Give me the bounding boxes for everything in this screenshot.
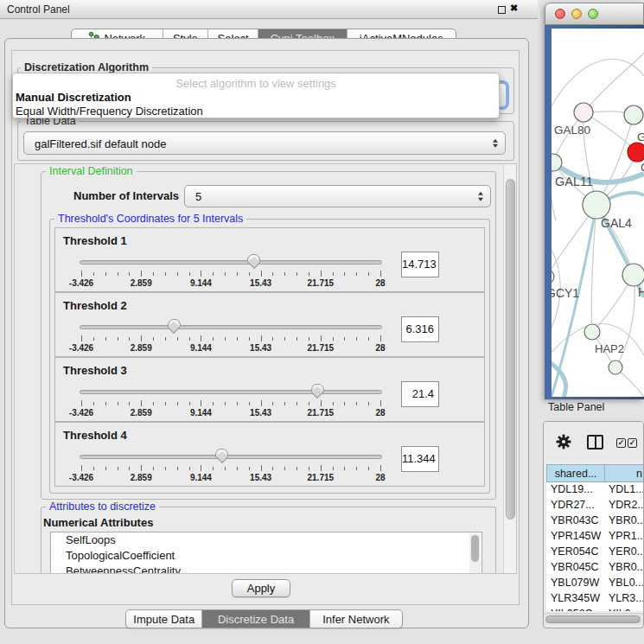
network-nodes[interactable] — [552, 103, 644, 374]
table-cell[interactable]: YER0... — [604, 545, 644, 560]
slider-track[interactable] — [80, 260, 382, 265]
slider-track[interactable] — [80, 325, 382, 329]
list-scrollbar[interactable] — [469, 533, 481, 574]
settings-scrollbar[interactable] — [503, 164, 517, 574]
apply-button[interactable]: Apply — [232, 579, 290, 597]
tick-mark — [105, 467, 106, 470]
table-cell[interactable]: YBL079W — [546, 576, 604, 591]
algorithm-group-label: Discretization Algorithm — [21, 61, 152, 73]
attribute-list-item[interactable]: SelfLoops — [51, 532, 481, 548]
threshold-slider[interactable]: -3.4262.8599.14415.4321.71528 — [80, 319, 384, 357]
tick-mark — [368, 337, 369, 341]
table-cell[interactable]: YBR043C — [546, 513, 604, 529]
tab-label: Infer Network — [322, 613, 389, 626]
popup-option-manual-discretization[interactable]: Manual Discretization — [16, 91, 131, 104]
close-panel-icon[interactable]: ✖ — [510, 3, 518, 14]
table-row[interactable]: YLR345WYLR3... — [546, 591, 644, 607]
tick-mark — [93, 467, 94, 470]
network-window-titlebar[interactable] — [545, 3, 644, 25]
settings-scroll-area: Interval Definition Number of Intervals … — [14, 163, 517, 574]
tick-mark — [153, 337, 154, 341]
table-cell[interactable]: YPR145W — [546, 529, 604, 545]
table-cell[interactable]: YIL0... — [604, 607, 644, 611]
table-cell[interactable]: YLR3... — [604, 591, 644, 607]
table-row[interactable]: YBR043CYBR0... — [546, 513, 644, 529]
hscrollbar-thumb[interactable] — [545, 615, 641, 623]
threshold-value-field[interactable]: 14.713 — [401, 252, 439, 277]
split-panel-icon[interactable] — [587, 435, 603, 450]
tab-impute-data[interactable]: Impute Data — [126, 610, 202, 628]
threshold-slider[interactable]: -3.4262.8599.14415.4321.71528 — [80, 449, 384, 487]
table-hscrollbar[interactable] — [544, 613, 643, 625]
gear-icon[interactable] — [556, 434, 571, 453]
tab-discretize-data[interactable]: Discretize Data — [202, 610, 309, 628]
number-of-intervals-combobox[interactable]: 5 — [184, 185, 491, 207]
table-data-combobox[interactable]: galFiltered.sif default node — [23, 131, 506, 155]
table-cell[interactable]: YBR0... — [604, 513, 644, 529]
float-panel-icon[interactable] — [498, 6, 506, 14]
table-cell[interactable]: YDL19... — [546, 482, 604, 498]
tick-mark — [165, 272, 166, 276]
node-right — [622, 264, 644, 286]
network-canvas[interactable]: GAL80 GA C GAL11 GAL4 GCY1 H HAP2 — [552, 29, 644, 397]
scrollbar-thumb[interactable] — [506, 179, 515, 520]
column-header-name[interactable]: n — [604, 464, 644, 482]
table-cell[interactable]: YER054C — [546, 545, 604, 560]
node-attribute-table[interactable]: shared... n YDL19...YDL1...YDR27...YDR2.… — [546, 464, 644, 482]
numerical-attributes-list[interactable]: SelfLoopsTopologicalCoefficientBetweenne… — [50, 532, 482, 574]
attribute-list-item[interactable]: BetweennessCentrality — [51, 564, 481, 574]
table-data-value: galFiltered.sif default node — [35, 137, 166, 150]
table-cell[interactable]: YDR27... — [546, 498, 604, 513]
threshold-value-field[interactable]: 6.316 — [401, 316, 439, 342]
table-row[interactable]: YPR145WYPR1... — [546, 529, 644, 545]
tick-mark — [189, 272, 190, 276]
slider-thumb[interactable] — [168, 319, 181, 328]
slider-track[interactable] — [80, 455, 382, 459]
table-row[interactable]: YBL079WYBL0... — [546, 576, 644, 591]
slider-tick-labels: -3.4262.8599.14415.4321.71528 — [81, 408, 380, 418]
zoom-window-icon[interactable] — [588, 9, 598, 19]
checkbox-icon[interactable]: ✓ — [616, 438, 626, 448]
checkbox-icon[interactable]: ✓ — [628, 438, 637, 448]
threshold-value-field[interactable]: 21.4 — [401, 381, 439, 407]
table-cell[interactable]: YDR2... — [604, 498, 644, 513]
slider-track[interactable] — [80, 390, 382, 394]
column-header-shared-name[interactable]: shared... — [546, 464, 604, 482]
table-cell[interactable]: YBL0... — [604, 576, 644, 591]
table-cell[interactable]: YBR0... — [604, 560, 644, 576]
tick-mark — [272, 337, 273, 341]
table-row[interactable]: YER054CYER0... — [546, 545, 644, 560]
close-window-icon[interactable] — [555, 9, 565, 19]
table-row[interactable]: YIL052CYIL0... — [546, 607, 644, 611]
tick-mark — [380, 465, 381, 471]
table-cell[interactable]: YBR045C — [546, 560, 604, 576]
tick-mark — [213, 402, 214, 405]
tab-infer-network[interactable]: Infer Network — [310, 610, 402, 628]
tick-mark — [153, 402, 154, 405]
table-cell[interactable]: YDL1... — [604, 482, 644, 498]
table-cell[interactable]: YIL052C — [546, 607, 604, 611]
popup-option-equal-width-frequency[interactable]: Equal Width/Frequency Discretization — [16, 105, 203, 118]
node-hap2 — [584, 324, 600, 340]
attribute-list-item[interactable]: TopologicalCoefficient — [51, 548, 481, 564]
table-rows[interactable]: YDL19...YDL1...YDR27...YDR2...YBR043CYBR… — [546, 482, 644, 611]
slider-thumb[interactable] — [215, 449, 228, 458]
table-cell[interactable]: YLR345W — [546, 591, 604, 607]
table-row[interactable]: YBR045CYBR0... — [546, 560, 644, 576]
interval-definition-label: Interval Definition — [46, 165, 137, 177]
table-header-row: shared... n — [546, 464, 644, 482]
threshold-slider[interactable]: -3.4262.8599.14415.4321.71528 — [80, 384, 384, 422]
tick-mark — [321, 271, 322, 277]
slider-thumb[interactable] — [311, 384, 324, 393]
tick-mark — [189, 467, 190, 470]
table-cell[interactable]: YPR1... — [604, 529, 644, 545]
slider-thumb[interactable] — [247, 254, 260, 264]
tick-mark — [129, 402, 130, 405]
tick-mark — [272, 402, 273, 405]
minimize-window-icon[interactable] — [571, 9, 582, 19]
threshold-slider[interactable]: -3.4262.8599.14415.4321.71528 — [80, 254, 384, 292]
threshold-value-field[interactable]: 11.344 — [401, 446, 439, 472]
tick-mark — [296, 467, 297, 470]
table-row[interactable]: YDR27...YDR2... — [546, 498, 644, 513]
table-row[interactable]: YDL19...YDL1... — [546, 482, 644, 498]
